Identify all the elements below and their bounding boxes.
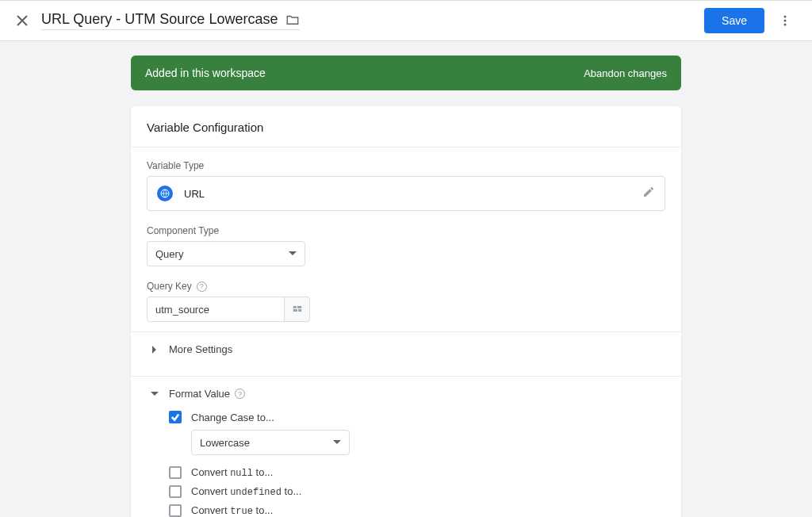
- change-case-label: Change Case to...: [191, 412, 274, 423]
- svg-rect-5: [297, 306, 301, 308]
- variable-name-input[interactable]: URL Query - UTM Source Lowercase: [41, 11, 278, 28]
- svg-point-2: [784, 24, 787, 26]
- svg-rect-4: [293, 306, 296, 308]
- more-menu-icon[interactable]: [771, 6, 799, 35]
- component-type-select[interactable]: Query: [147, 241, 305, 266]
- convert-undefined-row: Convert undefined to...: [169, 485, 665, 498]
- svg-rect-7: [298, 309, 301, 312]
- convert-true-label: Convert true to...: [191, 504, 273, 517]
- chevron-right-icon: [147, 346, 163, 354]
- chevron-down-icon: [333, 435, 341, 450]
- convert-null-row: Convert null to...: [169, 466, 665, 479]
- component-type-value: Query: [155, 248, 289, 260]
- component-type-label: Component Type: [147, 225, 665, 236]
- convert-undefined-label: Convert undefined to...: [191, 485, 301, 498]
- folder-icon[interactable]: [285, 13, 300, 27]
- convert-undefined-checkbox[interactable]: [169, 485, 182, 498]
- change-case-row: Change Case to...: [169, 411, 665, 423]
- variable-picker-icon[interactable]: [285, 297, 310, 322]
- query-key-input[interactable]: [147, 297, 285, 322]
- top-bar: URL Query - UTM Source Lowercase Save: [0, 0, 812, 41]
- banner-message: Added in this workspace: [145, 67, 266, 79]
- help-icon[interactable]: ?: [197, 281, 207, 292]
- format-value-toggle[interactable]: Format Value ?: [147, 377, 665, 411]
- url-icon: [157, 186, 173, 201]
- change-case-value: Lowercase: [200, 437, 333, 449]
- chevron-down-icon: [147, 390, 163, 398]
- title-wrap: URL Query - UTM Source Lowercase: [41, 11, 300, 30]
- svg-point-0: [784, 16, 787, 18]
- abandon-changes-link[interactable]: Abandon changes: [584, 67, 667, 79]
- card-title: Variable Configuration: [131, 106, 681, 147]
- query-key-label: Query Key ?: [147, 281, 665, 292]
- convert-true-row: Convert true to...: [169, 504, 665, 517]
- convert-null-checkbox[interactable]: [169, 466, 182, 479]
- change-case-checkbox[interactable]: [169, 411, 182, 423]
- content-area: Added in this workspace Abandon changes …: [0, 41, 812, 517]
- convert-null-label: Convert null to...: [191, 466, 273, 479]
- workspace-banner: Added in this workspace Abandon changes: [131, 56, 681, 90]
- variable-type-label: Variable Type: [147, 160, 665, 171]
- change-case-select[interactable]: Lowercase: [191, 430, 350, 455]
- save-button[interactable]: Save: [704, 8, 764, 33]
- convert-true-checkbox[interactable]: [169, 504, 182, 517]
- config-card: Variable Configuration Variable Type URL…: [131, 106, 681, 517]
- svg-rect-6: [293, 309, 297, 312]
- svg-point-1: [784, 20, 787, 22]
- variable-type-selector[interactable]: URL: [147, 176, 665, 211]
- edit-icon[interactable]: [642, 186, 655, 201]
- variable-type-value: URL: [184, 188, 205, 200]
- close-icon[interactable]: [13, 11, 32, 30]
- more-settings-toggle[interactable]: More Settings: [147, 332, 665, 366]
- help-icon[interactable]: ?: [235, 389, 245, 399]
- chevron-down-icon: [289, 247, 297, 261]
- format-value-section: Change Case to... Lowercase Convert null…: [147, 411, 665, 517]
